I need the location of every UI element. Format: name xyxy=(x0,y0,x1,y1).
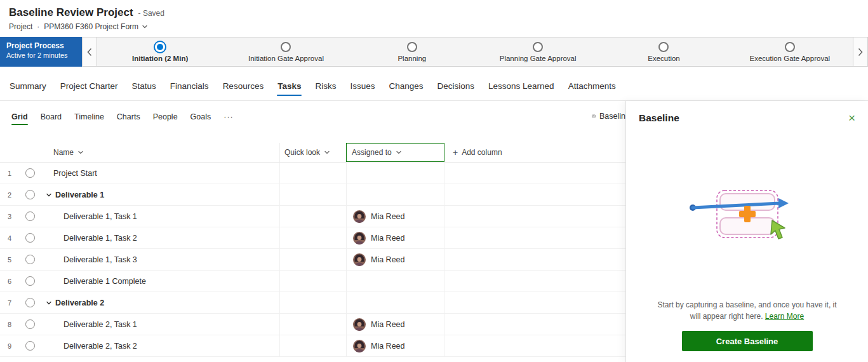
tab-financials[interactable]: Financials xyxy=(163,71,216,100)
quick-look-cell[interactable] xyxy=(279,184,346,205)
task-name-cell[interactable]: Deliverable 2, Task 1 xyxy=(41,314,279,335)
row-selector[interactable] xyxy=(19,319,41,329)
row-selector-radio[interactable] xyxy=(25,233,35,243)
assigned-to-cell[interactable] xyxy=(346,292,444,313)
quick-look-cell[interactable] xyxy=(279,206,346,227)
assigned-to-cell[interactable] xyxy=(346,271,444,292)
view-tab-charts[interactable]: Charts xyxy=(112,110,145,128)
assigned-to-cell[interactable] xyxy=(346,184,444,205)
task-name-cell[interactable]: Deliverable 1, Task 3 xyxy=(41,249,279,270)
tab-attachments[interactable]: Attachments xyxy=(561,71,623,100)
quick-look-cell[interactable] xyxy=(279,227,346,248)
task-name-cell[interactable]: Deliverable 1, Task 1 xyxy=(41,206,279,227)
assigned-to-cell[interactable]: Mia Reed xyxy=(346,314,444,335)
stepper-next-button[interactable] xyxy=(853,37,868,67)
row-filler xyxy=(444,314,625,335)
assigned-to-cell[interactable]: Mia Reed xyxy=(346,227,444,248)
process-stage-box: Project Process Active for 2 minutes xyxy=(0,37,82,67)
baseline-icon xyxy=(592,111,596,121)
tab-decisions[interactable]: Decisions xyxy=(431,71,482,100)
row-selector[interactable] xyxy=(19,341,41,351)
more-views-button[interactable]: ··· xyxy=(218,110,239,128)
row-selector-radio[interactable] xyxy=(25,211,35,221)
row-selector[interactable] xyxy=(19,168,41,178)
step-pending-icon xyxy=(407,42,417,52)
tab-changes[interactable]: Changes xyxy=(382,71,430,100)
task-name-cell[interactable]: Deliverable 1 Complete xyxy=(41,271,279,292)
step-initiation[interactable]: Initiation (2 Min) xyxy=(97,37,223,66)
tab-risks[interactable]: Risks xyxy=(308,71,343,100)
task-name-cell[interactable]: Deliverable 1 xyxy=(41,184,279,205)
create-baseline-button[interactable]: Create Baseline xyxy=(682,331,813,351)
stepper-prev-button[interactable] xyxy=(82,37,97,67)
breadcrumb-separator: · xyxy=(37,22,39,31)
avatar xyxy=(353,340,366,352)
quick-look-cell[interactable] xyxy=(279,249,346,270)
row-selector[interactable] xyxy=(19,255,41,264)
row-selector[interactable] xyxy=(19,298,41,307)
process-status: Active for 2 minutes xyxy=(6,51,76,59)
assigned-to-cell[interactable] xyxy=(346,163,444,184)
assigned-to-cell[interactable]: Mia Reed xyxy=(346,206,444,227)
tab-summary[interactable]: Summary xyxy=(3,71,53,100)
row-selector-radio[interactable] xyxy=(25,341,35,351)
task-name-cell[interactable]: Deliverable 2, Task 2 xyxy=(41,335,279,356)
view-tab-timeline[interactable]: Timeline xyxy=(69,110,109,128)
view-tab-board[interactable]: Board xyxy=(36,110,67,128)
tab-lessons-learned[interactable]: Lessons Learned xyxy=(481,71,561,100)
view-tab-grid[interactable]: Grid xyxy=(6,110,33,128)
learn-more-link[interactable]: Learn More xyxy=(765,312,804,321)
table-row: 3 Deliverable 1, Task 1 Mia Reed xyxy=(0,206,625,227)
view-tab-goals[interactable]: Goals xyxy=(185,110,217,128)
task-name-cell[interactable]: Deliverable 1, Task 2 xyxy=(41,227,279,248)
table-row: 5 Deliverable 1, Task 3 Mia Reed xyxy=(0,249,625,271)
tab-status[interactable]: Status xyxy=(125,71,163,100)
close-icon[interactable]: × xyxy=(845,111,859,125)
header-select-all[interactable] xyxy=(19,143,41,162)
column-header-assigned-to[interactable]: Assigned to xyxy=(346,143,444,162)
row-selector-radio[interactable] xyxy=(25,255,35,264)
row-selector[interactable] xyxy=(19,211,41,221)
quick-look-cell[interactable] xyxy=(279,335,346,356)
quick-look-cell[interactable] xyxy=(279,314,346,335)
row-filler xyxy=(444,184,625,205)
row-selector-radio[interactable] xyxy=(25,168,35,178)
row-selector[interactable] xyxy=(19,276,41,286)
row-selector-radio[interactable] xyxy=(25,319,35,329)
form-selector[interactable]: PPM360 F360 Project Form xyxy=(44,22,148,31)
tab-project-charter[interactable]: Project Charter xyxy=(53,71,125,100)
chevron-down-icon[interactable] xyxy=(46,192,52,198)
row-selector-radio[interactable] xyxy=(25,276,35,286)
app-window: Baseline Review Project - Saved Project … xyxy=(0,0,868,362)
row-selector-radio[interactable] xyxy=(25,298,35,307)
avatar xyxy=(353,318,366,331)
process-name: Project Process xyxy=(6,41,76,50)
column-header-quick-look[interactable]: Quick look xyxy=(279,143,346,162)
row-filler xyxy=(444,227,625,248)
step-planning[interactable]: Planning xyxy=(349,37,475,66)
tab-resources[interactable]: Resources xyxy=(216,71,271,100)
step-planning-gate-approval[interactable]: Planning Gate Approval xyxy=(475,37,601,66)
chevron-right-icon xyxy=(858,48,863,57)
step-initiation-gate-approval[interactable]: Initiation Gate Approval xyxy=(223,37,349,66)
quick-look-cell[interactable] xyxy=(279,163,346,184)
assigned-to-cell[interactable]: Mia Reed xyxy=(346,249,444,270)
column-header-name[interactable]: Name xyxy=(41,143,279,162)
quick-look-cell[interactable] xyxy=(279,271,346,292)
baseline-toolbar-button[interactable]: Baselin xyxy=(592,111,625,121)
tab-tasks[interactable]: Tasks xyxy=(270,71,308,100)
task-name-cell[interactable]: Deliverable 2 xyxy=(41,292,279,313)
chevron-down-icon[interactable] xyxy=(46,300,52,306)
add-column-button[interactable]: + Add column xyxy=(444,143,625,162)
row-selector[interactable] xyxy=(19,190,41,199)
view-tab-people[interactable]: People xyxy=(148,110,183,128)
quick-look-cell[interactable] xyxy=(279,292,346,313)
step-execution[interactable]: Execution xyxy=(601,37,726,66)
step-execution-gate-approval[interactable]: Execution Gate Approval xyxy=(727,37,853,66)
row-filler xyxy=(444,292,625,313)
row-selector-radio[interactable] xyxy=(25,190,35,199)
assigned-to-cell[interactable]: Mia Reed xyxy=(346,335,444,356)
tab-issues[interactable]: Issues xyxy=(343,71,382,100)
task-name-cell[interactable]: Project Start xyxy=(41,163,279,184)
row-selector[interactable] xyxy=(19,233,41,243)
